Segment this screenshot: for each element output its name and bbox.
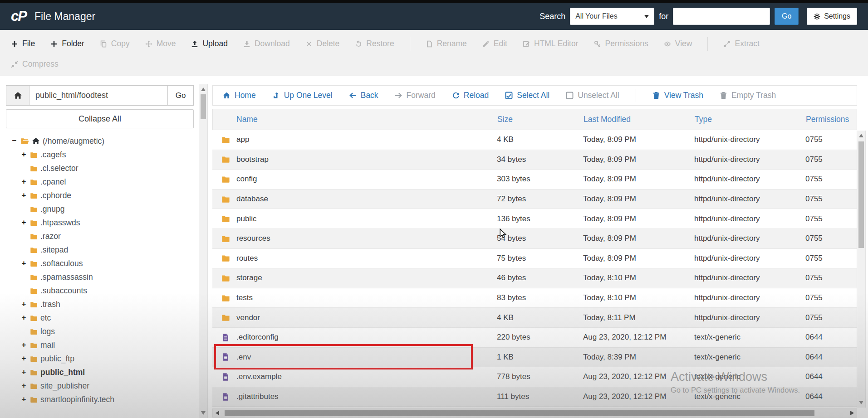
file-row-resources[interactable]: resources54 bytesToday, 8:09 PMhttpd/uni… [212, 229, 857, 249]
file-row-bootstrap[interactable]: bootstrap34 bytesToday, 8:09 PMhttpd/uni… [212, 150, 857, 170]
scroll-down-icon[interactable] [201, 411, 206, 415]
back-button[interactable]: Back [349, 91, 378, 100]
directory-tree: − (/home/augmetic) +.cagefs.cl.selector+… [11, 134, 198, 406]
file-row-routes[interactable]: routes75 bytesToday, 8:09 PMhttpd/unix-d… [212, 249, 857, 269]
tree-item-cphorde[interactable]: +.cphorde [11, 189, 198, 202]
search-go-button[interactable]: Go [775, 8, 799, 25]
size-cell: 778 bytes [497, 372, 583, 381]
size-cell: 83 bytes [497, 293, 583, 302]
expand-toggle[interactable]: + [20, 300, 27, 309]
expand-toggle[interactable]: + [20, 218, 27, 227]
home-button[interactable]: Home [223, 91, 256, 100]
tree-root-item[interactable]: − (/home/augmetic) [11, 134, 198, 148]
tree-item-logs[interactable]: logs [11, 325, 198, 338]
permissions-cell: 0644 [805, 392, 857, 401]
file-row-vendor[interactable]: vendor4 KBToday, 8:11 PMhttpd/unix-direc… [212, 308, 857, 328]
scroll-left-icon[interactable] [216, 411, 219, 415]
tree-item-cl-selector[interactable]: .cl.selector [11, 161, 198, 175]
tree-item-smartloopinfinity-tech[interactable]: +smartloopinfinity.tech [11, 393, 198, 406]
tree-item-etc[interactable]: +etc [11, 311, 198, 325]
tree-item-sitepad[interactable]: .sitepad [11, 243, 198, 257]
tree-item-razor[interactable]: .razor [11, 229, 198, 243]
folder-icon [30, 287, 38, 295]
path-input[interactable] [29, 85, 168, 106]
rename-icon [426, 40, 433, 48]
html-editor-button: HTML Editor [523, 39, 579, 49]
expand-toggle[interactable]: + [20, 191, 27, 200]
horizontal-scrollbar[interactable] [212, 408, 857, 418]
file-row-app[interactable]: app4 KBToday, 8:09 PMhttpd/unix-director… [212, 130, 857, 150]
file-row-public[interactable]: public136 bytesToday, 8:09 PMhttpd/unix-… [212, 209, 857, 229]
sidebar-scrollbar[interactable] [199, 84, 208, 418]
path-go-button[interactable]: Go [168, 85, 194, 106]
view-trash-button[interactable]: View Trash [652, 91, 703, 100]
expand-toggle[interactable]: + [20, 381, 27, 390]
reload-button[interactable]: Reload [452, 91, 489, 100]
tree-item-spamassassin[interactable]: .spamassassin [11, 270, 198, 284]
expand-toggle[interactable]: + [20, 150, 27, 159]
column-header-type[interactable]: Type [695, 115, 806, 124]
modified-cell: Today, 8:09 PM [583, 234, 694, 243]
tree-item-site-publisher[interactable]: +site_publisher [11, 379, 198, 393]
search-input[interactable] [673, 8, 770, 25]
file-name: app [236, 135, 249, 144]
tree-item-subaccounts[interactable]: .subaccounts [11, 284, 198, 297]
checkbox-empty-icon [566, 92, 574, 99]
tree-item-public-html[interactable]: +public_html [11, 365, 198, 379]
search-scope-select[interactable]: All Your Files [570, 8, 654, 25]
file-label: File [22, 39, 35, 49]
collapse-toggle[interactable]: − [11, 136, 18, 146]
for-label: for [659, 12, 668, 21]
scroll-down-icon[interactable] [859, 401, 863, 404]
tree-item-trash[interactable]: +.trash [11, 297, 198, 311]
expand-toggle[interactable]: + [20, 259, 27, 268]
upload-button[interactable]: Upload [191, 39, 227, 49]
expand-toggle[interactable]: + [20, 313, 27, 322]
expand-toggle[interactable]: + [20, 354, 27, 363]
trash-icon [720, 92, 727, 99]
file-button[interactable]: File [11, 39, 35, 49]
move-label: Move [157, 39, 176, 49]
expand-toggle[interactable]: + [20, 177, 27, 186]
file-name: config [236, 175, 257, 184]
horizontal-scrollbar-thumb[interactable] [225, 410, 814, 416]
type-cell: httpd/unix-directory [694, 135, 805, 144]
scroll-up-icon[interactable] [859, 134, 863, 137]
tree-item-htpasswds[interactable]: +.htpasswds [11, 216, 198, 229]
file-row-config[interactable]: config303 bytesToday, 8:09 PMhttpd/unix-… [212, 170, 857, 190]
sidebar-scrollbar-thumb[interactable] [201, 94, 206, 119]
up-one-level-button[interactable]: Up One Level [272, 91, 333, 100]
tree-item-softaculous[interactable]: +.softaculous [11, 257, 198, 270]
modified-cell: Today, 8:11 PM [583, 313, 694, 322]
select-all-button[interactable]: Select All [505, 91, 549, 100]
file-row-database[interactable]: database72 bytesToday, 8:09 PMhttpd/unix… [212, 190, 857, 209]
folder-button[interactable]: Folder [50, 39, 84, 49]
tree-item-gnupg[interactable]: .gnupg [11, 202, 198, 216]
copy-button: Copy [100, 39, 130, 49]
tree-item-public-ftp[interactable]: +public_ftp [11, 352, 198, 365]
column-header-permissions[interactable]: Permissions [806, 115, 857, 124]
unselect-all-button: Unselect All [566, 91, 619, 100]
expand-toggle[interactable]: + [20, 340, 27, 350]
file-row-tests[interactable]: tests83 bytesToday, 8:10 PMhttpd/unix-di… [212, 288, 857, 308]
column-header-last-modified[interactable]: Last Modified [584, 115, 695, 124]
column-header-size[interactable]: Size [497, 115, 584, 124]
tree-item-cpanel[interactable]: +.cpanel [11, 175, 198, 189]
collapse-all-button[interactable]: Collapse All [6, 109, 194, 128]
toolbar: FileFolderCopyMoveUploadDownloadDeleteRe… [0, 30, 868, 76]
expand-toggle[interactable]: + [20, 395, 27, 404]
scroll-up-icon[interactable] [201, 87, 206, 91]
toolbar-divider [636, 89, 636, 102]
expand-toggle[interactable]: + [20, 368, 27, 377]
permissions-cell: 0755 [805, 175, 857, 184]
tree-item-cagefs[interactable]: +.cagefs [11, 148, 198, 161]
file-row-storage[interactable]: storage46 bytesToday, 8:10 PMhttpd/unix-… [212, 268, 857, 288]
tree-item-mail[interactable]: +mail [11, 338, 198, 352]
table-scrollbar[interactable] [857, 131, 866, 408]
scroll-right-icon[interactable] [850, 411, 854, 415]
settings-button[interactable]: Settings [807, 8, 857, 25]
home-path-button[interactable] [6, 85, 29, 106]
column-header-name[interactable]: Name [213, 115, 497, 124]
table-scrollbar-thumb[interactable] [858, 141, 864, 248]
name-cell: config [212, 175, 497, 184]
